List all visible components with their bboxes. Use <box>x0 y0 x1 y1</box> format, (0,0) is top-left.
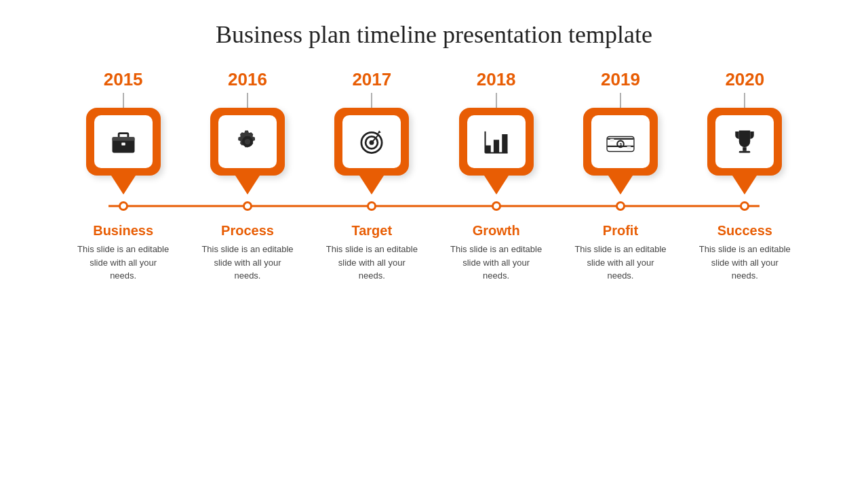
icon-box-inner-process <box>218 115 277 168</box>
icon-item-profit: $ <box>573 93 668 195</box>
timeline-line-wrapper <box>61 196 807 216</box>
connector-top-3 <box>371 93 372 108</box>
arrow-down-process <box>235 176 260 195</box>
icon-box-outer-target <box>334 108 409 176</box>
year-2016: 2016 <box>200 69 295 90</box>
label-process: Process This slide is an editable slide … <box>200 223 295 283</box>
svg-rect-7 <box>485 146 490 153</box>
icon-box-outer-business <box>86 108 161 176</box>
dot-1 <box>119 201 128 211</box>
years-row: 2015 2016 2017 2018 2019 2020 <box>61 69 807 90</box>
svg-rect-9 <box>502 134 507 153</box>
label-title-profit: Profit <box>603 223 638 239</box>
arrow-down-success <box>732 176 757 195</box>
icon-item-success <box>697 93 792 195</box>
icons-row: $ <box>61 93 807 195</box>
label-desc-success: This slide is an editable slide with all… <box>697 243 792 283</box>
gear-icon <box>233 127 262 157</box>
svg-rect-8 <box>494 140 499 152</box>
connector-top <box>123 93 124 108</box>
dot-4 <box>492 201 501 211</box>
arrow-down-target <box>359 176 384 195</box>
icon-item-growth <box>449 93 544 195</box>
label-title-business: Business <box>93 223 153 239</box>
connector-top-5 <box>620 93 621 108</box>
year-2020: 2020 <box>697 69 792 90</box>
year-2015: 2015 <box>76 69 171 90</box>
icon-box-outer-profit: $ <box>583 108 658 176</box>
arrow-down-growth <box>484 176 509 195</box>
label-desc-target: This slide is an editable slide with all… <box>324 243 419 283</box>
label-desc-process: This slide is an editable slide with all… <box>200 243 295 283</box>
svg-rect-16 <box>610 139 614 142</box>
dot-3 <box>367 201 376 211</box>
icon-box-inner-profit: $ <box>591 115 650 168</box>
label-business: Business This slide is an editable slide… <box>76 223 171 283</box>
label-desc-growth: This slide is an editable slide with all… <box>449 243 544 283</box>
icon-item-target <box>324 93 419 195</box>
label-desc-business: This slide is an editable slide with all… <box>76 243 171 283</box>
label-desc-profit: This slide is an editable slide with all… <box>573 243 668 283</box>
trophy-icon <box>730 127 760 157</box>
year-2019: 2019 <box>573 69 668 90</box>
icon-box-inner-success <box>715 115 774 168</box>
label-growth: Growth This slide is an editable slide w… <box>449 223 544 283</box>
year-2018: 2018 <box>449 69 544 90</box>
icon-box-outer-success <box>707 108 782 176</box>
connector-top-4 <box>496 93 497 108</box>
label-title-process: Process <box>221 223 274 239</box>
svg-rect-1 <box>112 137 134 141</box>
svg-rect-2 <box>121 142 125 145</box>
label-title-target: Target <box>351 223 392 239</box>
label-profit: Profit This slide is an editable slide w… <box>573 223 668 283</box>
dot-2 <box>243 201 252 211</box>
labels-row: Business This slide is an editable slide… <box>61 223 807 283</box>
money-icon: $ <box>606 127 635 157</box>
icon-box-outer-process <box>210 108 285 176</box>
connector-top-6 <box>744 93 745 108</box>
svg-rect-17 <box>627 146 631 149</box>
label-title-success: Success <box>717 223 772 239</box>
svg-rect-19 <box>739 151 751 153</box>
arrow-down-profit <box>608 176 633 195</box>
icon-item-process <box>200 93 295 195</box>
briefcase-icon <box>108 127 138 157</box>
icon-box-inner-growth <box>467 115 526 168</box>
label-success: Success This slide is an editable slide … <box>697 223 792 283</box>
icon-box-inner-business <box>94 115 153 168</box>
page-title: Business plan timeline presentation temp… <box>216 20 652 49</box>
dot-6 <box>740 201 749 211</box>
connector-top-2 <box>247 93 248 108</box>
icon-box-inner-target <box>342 115 401 168</box>
timeline-section: 2015 2016 2017 2018 2019 2020 <box>0 69 868 283</box>
dot-5 <box>616 201 625 211</box>
svg-rect-18 <box>743 147 747 151</box>
label-title-growth: Growth <box>473 223 520 239</box>
svg-text:$: $ <box>620 142 623 146</box>
dots-row <box>61 201 807 211</box>
arrow-down-business <box>111 176 136 195</box>
target-icon <box>357 127 387 157</box>
year-2017: 2017 <box>324 69 419 90</box>
icon-box-outer-growth <box>459 108 534 176</box>
chart-icon <box>481 127 511 157</box>
label-target: Target This slide is an editable slide w… <box>324 223 419 283</box>
icon-item-business <box>76 93 171 195</box>
